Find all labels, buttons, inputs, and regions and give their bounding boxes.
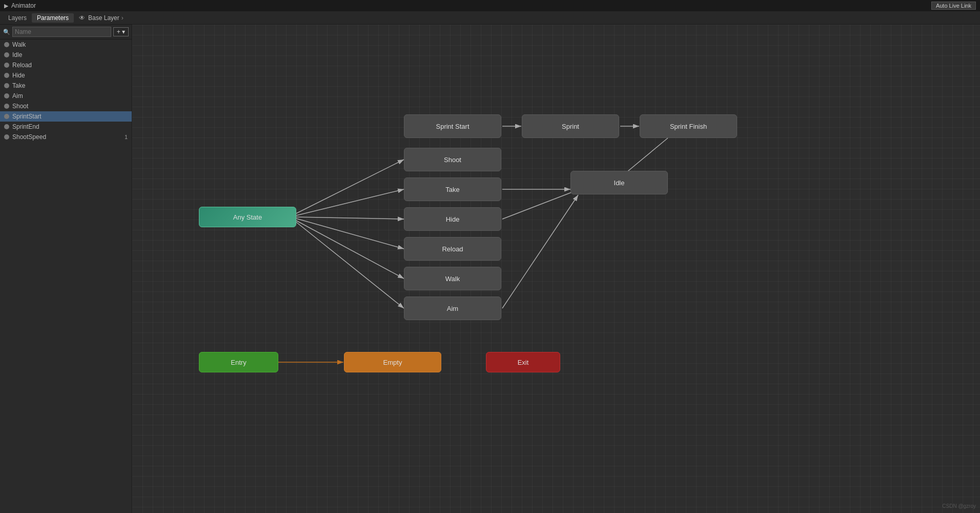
param-item-idle[interactable]: Idle bbox=[0, 50, 132, 60]
node-walk[interactable]: Walk bbox=[404, 267, 501, 290]
param-item-sprintstart[interactable]: SprintStart bbox=[0, 111, 132, 122]
param-item-aim[interactable]: Aim bbox=[0, 91, 132, 101]
param-name: Hide bbox=[12, 72, 128, 79]
eye-icon: 👁 bbox=[79, 14, 85, 22]
param-name: Shoot bbox=[12, 103, 128, 110]
svg-line-12 bbox=[296, 221, 404, 279]
search-bar: 🔍 + ▾ bbox=[0, 25, 132, 40]
watermark: CSDN @gzroy bbox=[942, 503, 976, 509]
param-name: SprintEnd bbox=[12, 123, 128, 130]
tab-bar: Layers Parameters 👁 Base Layer › bbox=[0, 11, 980, 25]
node-shoot[interactable]: Shoot bbox=[404, 148, 501, 171]
param-name: Take bbox=[12, 82, 128, 89]
param-dot bbox=[4, 63, 9, 68]
node-any-state[interactable]: Any State bbox=[199, 207, 296, 227]
param-value: 1 bbox=[125, 134, 128, 140]
param-dot bbox=[4, 93, 9, 98]
tab-parameters[interactable]: Parameters bbox=[32, 13, 74, 23]
param-dot bbox=[4, 114, 9, 119]
add-parameter-button[interactable]: + ▾ bbox=[113, 27, 129, 36]
param-item-sprintend[interactable]: SprintEnd bbox=[0, 122, 132, 132]
param-dot bbox=[4, 73, 9, 78]
layer-path: 👁 Base Layer › bbox=[79, 14, 124, 22]
param-dot bbox=[4, 83, 9, 88]
node-take[interactable]: Take bbox=[404, 177, 501, 201]
param-dot bbox=[4, 104, 9, 109]
svg-line-8 bbox=[296, 160, 404, 213]
node-hide[interactable]: Hide bbox=[404, 207, 501, 231]
param-dot bbox=[4, 134, 9, 140]
param-name: Idle bbox=[12, 51, 128, 58]
param-item-take[interactable]: Take bbox=[0, 81, 132, 91]
base-layer-label[interactable]: Base Layer bbox=[88, 14, 119, 22]
param-dot bbox=[4, 42, 9, 47]
node-sprint-start[interactable]: Sprint Start bbox=[404, 114, 501, 138]
node-exit[interactable]: Exit bbox=[486, 352, 560, 372]
param-name: Aim bbox=[12, 92, 128, 100]
title-bar: ▶ Animator Auto Live Link bbox=[0, 0, 980, 11]
node-reload[interactable]: Reload bbox=[404, 237, 501, 261]
animator-icon: ▶ bbox=[4, 3, 8, 9]
param-name: ShootSpeed bbox=[12, 133, 122, 141]
left-panel: 🔍 + ▾ WalkIdleReloadHideTakeAimShootSpri… bbox=[0, 25, 132, 513]
search-input[interactable] bbox=[12, 27, 111, 37]
node-sprint[interactable]: Sprint bbox=[522, 114, 619, 138]
param-item-walk[interactable]: Walk bbox=[0, 40, 132, 50]
svg-line-9 bbox=[296, 189, 404, 215]
svg-line-7 bbox=[502, 195, 578, 308]
app-title: Animator bbox=[11, 2, 36, 9]
node-aim[interactable]: Aim bbox=[404, 297, 501, 320]
search-icon: 🔍 bbox=[3, 29, 10, 35]
svg-line-13 bbox=[296, 222, 404, 308]
param-dot bbox=[4, 124, 9, 129]
node-sprint-finish[interactable]: Sprint Finish bbox=[640, 114, 737, 138]
param-name: Reload bbox=[12, 62, 128, 69]
param-item-reload[interactable]: Reload bbox=[0, 60, 132, 70]
param-item-hide[interactable]: Hide bbox=[0, 70, 132, 81]
parameter-list: WalkIdleReloadHideTakeAimShootSprintStar… bbox=[0, 40, 132, 513]
auto-live-link-button[interactable]: Auto Live Link bbox=[931, 2, 976, 10]
node-idle[interactable]: Idle bbox=[570, 171, 668, 194]
svg-line-11 bbox=[296, 219, 404, 249]
svg-line-10 bbox=[296, 217, 404, 219]
node-empty[interactable]: Empty bbox=[344, 352, 441, 372]
param-item-shootspeed[interactable]: ShootSpeed1 bbox=[0, 132, 132, 142]
canvas-area[interactable]: Sprint Start Sprint Sprint Finish Shoot … bbox=[132, 25, 980, 513]
layer-path-arrow: › bbox=[121, 14, 124, 22]
param-name: Walk bbox=[12, 41, 128, 48]
param-dot bbox=[4, 52, 9, 57]
arrows-svg bbox=[132, 25, 980, 513]
tab-layers[interactable]: Layers bbox=[3, 13, 32, 23]
svg-line-6 bbox=[502, 190, 578, 219]
main-layout: 🔍 + ▾ WalkIdleReloadHideTakeAimShootSpri… bbox=[0, 25, 980, 513]
param-name: SprintStart bbox=[12, 113, 128, 120]
param-item-shoot[interactable]: Shoot bbox=[0, 101, 132, 111]
node-entry[interactable]: Entry bbox=[199, 352, 278, 372]
